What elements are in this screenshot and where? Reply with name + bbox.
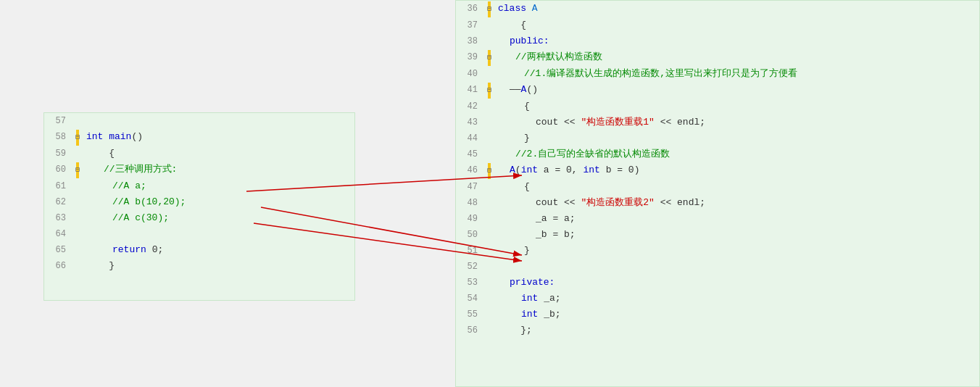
line-num-39: 39 — [456, 49, 483, 65]
left-code-panel: 57 58 ⊟ int main() 59 { 60 ⊟ //三种调用方式: 6… — [43, 112, 355, 301]
code-content-36: class A — [495, 1, 979, 17]
gutter-58: ⊟ — [72, 130, 83, 146]
code-content-60: //三种调用方式: — [83, 162, 354, 178]
code-content-54: int _a; — [495, 291, 979, 307]
gutter-r36: ⊟ — [483, 1, 495, 17]
code-content-39: //两种默认构造函数 — [495, 49, 979, 65]
gutter-r41: ⊟ — [483, 83, 495, 99]
code-content-61: //A a; — [83, 178, 354, 194]
code-line-62: 62 //A b(10,20); — [44, 194, 354, 210]
code-content-55: int _b; — [495, 307, 979, 322]
code-content-45: //2.自己写的全缺省的默认构造函数 — [495, 146, 979, 162]
code-content-59: { — [83, 146, 354, 162]
line-num-63: 63 — [44, 210, 72, 226]
code-content-38: public: — [495, 33, 979, 49]
code-line-42: 42 { — [456, 99, 979, 115]
code-line-57: 57 — [44, 113, 354, 129]
code-line-53: 53 private: — [456, 275, 979, 291]
right-code-panel: 36 ⊟ class A 37 { 38 public: 39 ⊟ //两种默认… — [455, 0, 980, 387]
code-line-51: 51 } — [456, 243, 979, 259]
code-content-37: { — [495, 17, 979, 33]
code-content-63: //A c(30); — [83, 210, 354, 226]
line-num-59: 59 — [44, 146, 72, 162]
line-num-42: 42 — [456, 99, 483, 115]
code-line-64: 64 — [44, 226, 354, 242]
code-line-56: 56 }; — [456, 322, 979, 338]
gutter-r46: ⊟ — [483, 163, 495, 179]
code-content-43: cout << "构造函数重载1" << endl; — [495, 115, 979, 130]
line-num-52: 52 — [456, 259, 483, 275]
line-num-45: 45 — [456, 146, 483, 162]
code-line-46: 46 ⊟ A(int a = 0, int b = 0) — [456, 162, 979, 179]
code-content-49: _a = a; — [495, 211, 979, 227]
code-content-47: { — [495, 179, 979, 195]
code-content-46: A(int a = 0, int b = 0) — [495, 162, 979, 178]
line-num-40: 40 — [456, 66, 483, 82]
code-line-37: 37 { — [456, 17, 979, 33]
code-line-58: 58 ⊟ int main() — [44, 129, 354, 146]
line-num-57: 57 — [44, 113, 72, 129]
line-num-44: 44 — [456, 130, 483, 146]
code-content-40: //1.编译器默认生成的构造函数,这里写出来打印只是为了方便看 — [495, 66, 979, 82]
collapse-btn-58[interactable]: ⊟ — [75, 130, 80, 146]
code-content-41: ——A() — [495, 82, 979, 98]
code-line-43: 43 cout << "构造函数重载1" << endl; — [456, 115, 979, 130]
code-content-62: //A b(10,20); — [83, 194, 354, 210]
code-line-50: 50 _b = b; — [456, 227, 979, 243]
code-line-59: 59 { — [44, 146, 354, 162]
line-num-50: 50 — [456, 227, 483, 243]
code-line-61: 61 //A a; — [44, 178, 354, 194]
code-line-38: 38 public: — [456, 33, 979, 49]
line-num-43: 43 — [456, 115, 483, 130]
code-line-63: 63 //A c(30); — [44, 210, 354, 226]
code-line-49: 49 _a = a; — [456, 211, 979, 227]
code-content-53: private: — [495, 275, 979, 291]
line-num-58: 58 — [44, 129, 72, 145]
code-line-66: 66 } — [44, 258, 354, 274]
line-num-54: 54 — [456, 291, 483, 307]
collapse-btn-36[interactable]: ⊟ — [487, 1, 491, 17]
code-content-65: return 0; — [83, 242, 354, 258]
line-num-36: 36 — [456, 1, 483, 17]
line-num-53: 53 — [456, 275, 483, 291]
code-content-42: { — [495, 99, 979, 115]
collapse-btn-60[interactable]: ⊟ — [75, 162, 80, 178]
line-num-47: 47 — [456, 179, 483, 195]
collapse-btn-41[interactable]: ⊟ — [487, 83, 491, 99]
code-content-50: _b = b; — [495, 227, 979, 243]
line-num-61: 61 — [44, 178, 72, 194]
code-line-65: 65 return 0; — [44, 242, 354, 258]
line-num-46: 46 — [456, 162, 483, 178]
collapse-btn-39[interactable]: ⊟ — [487, 50, 491, 66]
code-line-36: 36 ⊟ class A — [456, 1, 979, 17]
line-num-37: 37 — [456, 17, 483, 33]
code-line-45: 45 //2.自己写的全缺省的默认构造函数 — [456, 146, 979, 162]
line-num-65: 65 — [44, 242, 72, 258]
code-content-44: } — [495, 130, 979, 146]
line-num-55: 55 — [456, 307, 483, 322]
code-content-48: cout << "构造函数重载2" << endl; — [495, 195, 979, 211]
line-num-66: 66 — [44, 258, 72, 274]
code-line-41: 41 ⊟ ——A() — [456, 82, 979, 99]
code-line-54: 54 int _a; — [456, 291, 979, 307]
collapse-btn-46[interactable]: ⊟ — [487, 163, 491, 179]
gutter-r39: ⊟ — [483, 50, 495, 66]
line-num-48: 48 — [456, 195, 483, 211]
line-num-60: 60 — [44, 162, 72, 178]
code-line-52: 52 — [456, 259, 979, 275]
line-num-38: 38 — [456, 33, 483, 49]
gutter-60: ⊟ — [72, 162, 83, 178]
line-num-64: 64 — [44, 226, 72, 242]
code-line-40: 40 //1.编译器默认生成的构造函数,这里写出来打印只是为了方便看 — [456, 66, 979, 82]
line-num-51: 51 — [456, 243, 483, 259]
line-num-62: 62 — [44, 194, 72, 210]
code-content-56: }; — [495, 322, 979, 338]
line-num-49: 49 — [456, 211, 483, 227]
code-content-66: } — [83, 258, 354, 274]
line-num-41: 41 — [456, 82, 483, 98]
code-line-44: 44 } — [456, 130, 979, 146]
code-content-51: } — [495, 243, 979, 259]
code-line-60: 60 ⊟ //三种调用方式: — [44, 162, 354, 178]
line-num-56: 56 — [456, 322, 483, 338]
code-content-58: int main() — [83, 129, 354, 145]
